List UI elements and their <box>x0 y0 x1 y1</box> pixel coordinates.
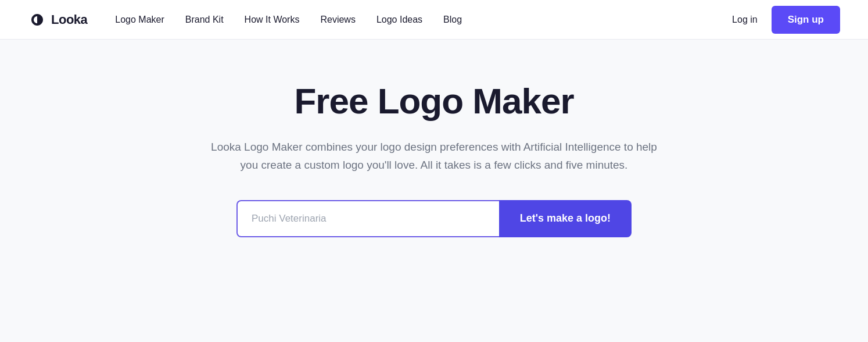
navbar-left: Looka Logo Maker Brand Kit How It Works … <box>28 10 462 29</box>
looka-icon <box>28 10 46 29</box>
nav-blog[interactable]: Blog <box>443 15 462 25</box>
navbar: Looka Logo Maker Brand Kit How It Works … <box>0 0 868 40</box>
signup-button[interactable]: Sign up <box>772 6 840 34</box>
hero-subtitle: Looka Logo Maker combines your logo desi… <box>207 138 661 174</box>
login-link[interactable]: Log in <box>732 15 758 25</box>
nav-brand-kit[interactable]: Brand Kit <box>185 15 224 25</box>
nav-logo-ideas[interactable]: Logo Ideas <box>376 15 422 25</box>
company-name-input[interactable] <box>236 200 499 237</box>
logo[interactable]: Looka <box>28 10 87 29</box>
make-logo-button[interactable]: Let's make a logo! <box>499 200 632 237</box>
nav-logo-maker[interactable]: Logo Maker <box>115 15 164 25</box>
navbar-right: Log in Sign up <box>732 6 840 34</box>
nav-links: Logo Maker Brand Kit How It Works Review… <box>115 15 462 25</box>
hero-section: Free Logo Maker Looka Logo Maker combine… <box>0 40 868 272</box>
brand-name: Looka <box>51 12 87 27</box>
hero-title: Free Logo Maker <box>294 80 573 122</box>
nav-reviews[interactable]: Reviews <box>320 15 355 25</box>
nav-how-it-works[interactable]: How It Works <box>245 15 300 25</box>
hero-input-row: Let's make a logo! <box>236 200 632 237</box>
